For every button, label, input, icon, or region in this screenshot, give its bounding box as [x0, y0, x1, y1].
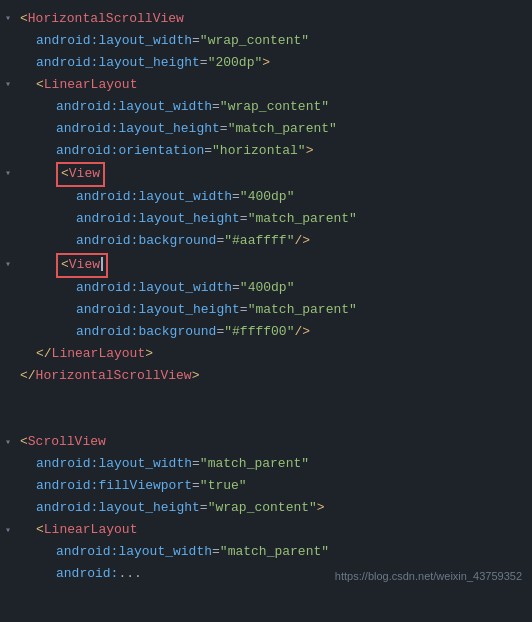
attr-name: android:fillViewport: [36, 476, 192, 497]
line-21: android:layout_width="match_parent": [0, 454, 532, 476]
line-6: android:layout_height="match_parent": [0, 118, 532, 140]
attr-value: "match_parent": [200, 454, 309, 475]
bracket: />: [294, 231, 310, 252]
attr-value: "200dp": [208, 53, 263, 74]
bracket: >: [317, 498, 325, 519]
attr-name: android:orientation: [56, 141, 204, 162]
attr-name: android:: [56, 564, 118, 585]
attr-value: "400dp": [240, 278, 295, 299]
attr-value: "true": [200, 476, 247, 497]
arrow-4[interactable]: ▾: [5, 77, 11, 93]
attr-name: android:background: [76, 231, 216, 252]
line-25: android:layout_width="match_parent": [0, 542, 532, 564]
line-7: android:orientation="horizontal">: [0, 140, 532, 162]
bracket: >: [262, 53, 270, 74]
text-cursor: [101, 257, 103, 271]
view-tag-highlight-2: <View: [56, 253, 108, 278]
attr-name: android:layout_height: [76, 300, 240, 321]
attr-value: "match_parent": [248, 209, 357, 230]
line-20: ▾ <ScrollView: [0, 432, 532, 454]
tag-name: HorizontalScrollView: [36, 366, 192, 387]
bracket: <: [36, 520, 44, 541]
line-16: </LinearLayout>: [0, 344, 532, 366]
attr-name: android:layout_height: [36, 53, 200, 74]
line-13: android:layout_width="400dp": [0, 278, 532, 300]
line-4: ▾ <LinearLayout: [0, 74, 532, 96]
blank-line-2: [0, 410, 532, 432]
attr-name: android:layout_width: [56, 97, 212, 118]
line-8: ▾ <View: [0, 162, 532, 187]
bracket: >: [192, 366, 200, 387]
attr-name: android:layout_width: [36, 31, 192, 52]
line-5: android:layout_width="wrap_content": [0, 96, 532, 118]
line-9: android:layout_width="400dp": [0, 187, 532, 209]
line-12: ▾ <View: [0, 253, 532, 278]
line-24: ▾ <LinearLayout: [0, 520, 532, 542]
line-1: ▾ <HorizontalScrollView: [0, 8, 532, 30]
attr-name: android:layout_height: [56, 119, 220, 140]
gutter-20: ▾: [0, 435, 16, 451]
line-3: android:layout_height="200dp">: [0, 52, 532, 74]
attr-value: "#ffff00": [224, 322, 294, 343]
bracket: </: [36, 344, 52, 365]
line-2: android:layout_width="wrap_content": [0, 30, 532, 52]
attr-value: "match_parent": [228, 119, 337, 140]
attr-name: android:layout_width: [36, 454, 192, 475]
attr-value: "wrap_content": [208, 498, 317, 519]
arrow-8[interactable]: ▾: [5, 166, 11, 182]
line-11: android:background="#aaffff"/>: [0, 231, 532, 253]
attr-name: android:layout_height: [36, 498, 200, 519]
attr-value: "match_parent": [248, 300, 357, 321]
bracket: >: [145, 344, 153, 365]
bracket: <: [36, 75, 44, 96]
line-10: android:layout_height="match_parent": [0, 209, 532, 231]
attr-name: android:layout_width: [76, 187, 232, 208]
bracket: </: [20, 366, 36, 387]
arrow-20[interactable]: ▾: [5, 435, 11, 451]
attr-name: android:background: [76, 322, 216, 343]
bracket: <: [20, 9, 28, 30]
view-tag-highlight-1: <View: [56, 162, 105, 187]
bracket: >: [306, 141, 314, 162]
line-22: android:fillViewport="true": [0, 476, 532, 498]
attr-name: android:layout_height: [76, 209, 240, 230]
attr-value: "wrap_content": [200, 31, 309, 52]
watermark: https://blog.csdn.net/weixin_43759352: [335, 568, 522, 586]
attr-value: "horizontal": [212, 141, 306, 162]
tag-name: LinearLayout: [52, 344, 146, 365]
bracket: <: [20, 432, 28, 453]
gutter-4: ▾: [0, 77, 16, 93]
line-17: </HorizontalScrollView>: [0, 366, 532, 388]
attr-value: "match_parent": [220, 542, 329, 563]
gutter-24: ▾: [0, 523, 16, 539]
code-editor: ▾ <HorizontalScrollView android:layout_w…: [0, 0, 532, 594]
gutter-12: ▾: [0, 257, 16, 273]
attr-name: android:layout_width: [56, 542, 212, 563]
arrow-24[interactable]: ▾: [5, 523, 11, 539]
arrow-12[interactable]: ▾: [5, 257, 11, 273]
attr-value: "#aaffff": [224, 231, 294, 252]
gutter-8: ▾: [0, 166, 16, 182]
line-15: android:background="#ffff00" />: [0, 322, 532, 344]
attr-name: android:layout_width: [76, 278, 232, 299]
bracket: />: [294, 322, 310, 343]
line-14: android:layout_height="match_parent": [0, 300, 532, 322]
tag-name: LinearLayout: [44, 520, 138, 541]
line-23: android:layout_height="wrap_content">: [0, 498, 532, 520]
tag-name: LinearLayout: [44, 75, 138, 96]
gutter-1: ▾: [0, 11, 16, 27]
tag-name: ScrollView: [28, 432, 106, 453]
blank-line-1: [0, 388, 532, 410]
arrow-1[interactable]: ▾: [5, 11, 11, 27]
attr-value: "400dp": [240, 187, 295, 208]
tag-name: HorizontalScrollView: [28, 9, 184, 30]
attr-value: "wrap_content": [220, 97, 329, 118]
